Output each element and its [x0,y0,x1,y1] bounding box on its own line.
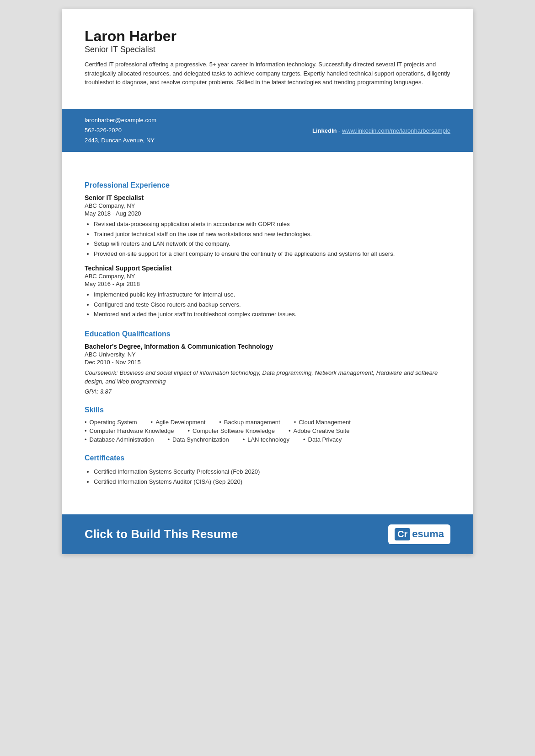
edu-1-school: ABC University, NY [85,351,450,358]
skills-title: Skills [85,406,450,414]
skill-computer-software: Computer Software Knowledge [188,427,275,434]
education-section: Education Qualifications Bachelor's Degr… [85,330,450,395]
contact-phone: 562-326-2020 [85,125,156,135]
edu-1-degree: Bachelor's Degree, Information & Communi… [85,343,450,350]
contact-left: laronharber@example.com 562-326-2020 244… [85,115,156,146]
edu-1-dates: Dec 2010 - Nov 2015 [85,359,450,366]
certificates-title: Certificates [85,454,450,462]
job-1-dates: May 2018 - Aug 2020 [85,210,450,217]
job-2-dates: May 2016 - Apr 2018 [85,281,450,287]
skill-data-sync: Data Synchronization [167,436,229,443]
candidate-name: Laron Harber [85,27,450,45]
edu-1-field: , Information & Communication Technology [140,343,273,350]
skill-lan-technology: LAN technology [243,436,289,443]
job-1-bullet-3: Setup wifi routers and LAN network of th… [94,239,450,248]
contact-address: 2443, Duncan Avenue, NY [85,135,156,146]
skills-list: Operating System Agile Development Backu… [85,419,450,443]
experience-section: Professional Experience Senior IT Specia… [85,181,450,319]
cert-1: Certified Information Systems Security P… [94,467,450,477]
job-1: Senior IT Specialist ABC Company, NY May… [85,194,450,258]
cta-bar[interactable]: Click to Build This Resume Cr esuma [62,514,473,554]
skill-computer-hardware: Computer Hardware Knowledge [85,427,174,434]
contact-right: LinkedIn - www.linkedin.com/me/laronharb… [312,127,450,134]
skill-data-privacy: Data Privacy [303,436,342,443]
linkedin-separator: - [337,127,342,134]
cta-logo-text: esuma [412,528,444,540]
contact-email: laronharber@example.com [85,115,156,125]
skill-adobe-creative: Adobe Creative Suite [289,427,349,434]
education-title: Education Qualifications [85,330,450,338]
job-2: Technical Support Specialist ABC Company… [85,265,450,319]
cta-text[interactable]: Click to Build This Resume [85,527,238,541]
skills-row-1: Operating System Agile Development Backu… [85,419,450,426]
experience-title: Professional Experience [85,181,450,189]
skills-row-2: Computer Hardware Knowledge Computer Sof… [85,427,450,434]
resume-document: Laron Harber Senior IT Specialist Certif… [62,9,473,554]
certificates-list: Certified Information Systems Security P… [85,467,450,487]
edu-1-gpa: GPA: 3.87 [85,388,450,395]
job-1-company: ABC Company, NY [85,202,450,209]
certificates-section: Certificates Certified Information Syste… [85,454,450,487]
contact-bar: laronharber@example.com 562-326-2020 244… [62,109,473,152]
skill-cloud-management: Cloud Management [294,419,351,426]
skill-operating-system: Operating System [85,419,137,426]
job-1-bullet-1: Revised data-processing application aler… [94,220,450,229]
skill-backup-management: Backup management [219,419,280,426]
job-1-bullet-4: Provided on-site support for a client co… [94,249,450,259]
linkedin-url[interactable]: www.linkedin.com/me/laronharbersample [342,127,450,134]
edu-1: Bachelor's Degree, Information & Communi… [85,343,450,395]
job-2-company: ABC Company, NY [85,273,450,280]
cta-logo-icon: Cr [395,528,410,540]
linkedin-label: LinkedIn [312,127,337,134]
job-2-bullet-1: Implemented public key infrastructure fo… [94,290,450,299]
skill-database-admin: Database Administration [85,436,154,443]
skill-agile-development: Agile Development [151,419,206,426]
skills-section: Skills Operating System Agile Developmen… [85,406,450,443]
job-2-bullets: Implemented public key infrastructure fo… [85,290,450,319]
cert-2: Certified Information Systems Auditor (C… [94,477,450,487]
edu-1-coursework: Coursework: Business and social impact o… [85,368,450,386]
job-2-bullet-2: Configured and teste Cisco routers and b… [94,300,450,309]
job-1-bullets: Revised data-processing application aler… [85,220,450,258]
job-2-bullet-3: Mentored and aided the junior staff to t… [94,310,450,319]
job-2-title: Technical Support Specialist [85,265,450,272]
job-1-bullet-2: Trained junior technical staff on the us… [94,230,450,239]
header-section: Laron Harber Senior IT Specialist Certif… [85,27,450,87]
skills-row-3: Database Administration Data Synchroniza… [85,436,450,443]
candidate-title: Senior IT Specialist [85,45,450,54]
cta-logo: Cr esuma [388,524,450,544]
candidate-summary: Certified IT professional offering a pro… [85,60,450,87]
edu-1-degree-bold: Bachelor's Degree [85,343,140,350]
job-1-title: Senior IT Specialist [85,194,450,201]
